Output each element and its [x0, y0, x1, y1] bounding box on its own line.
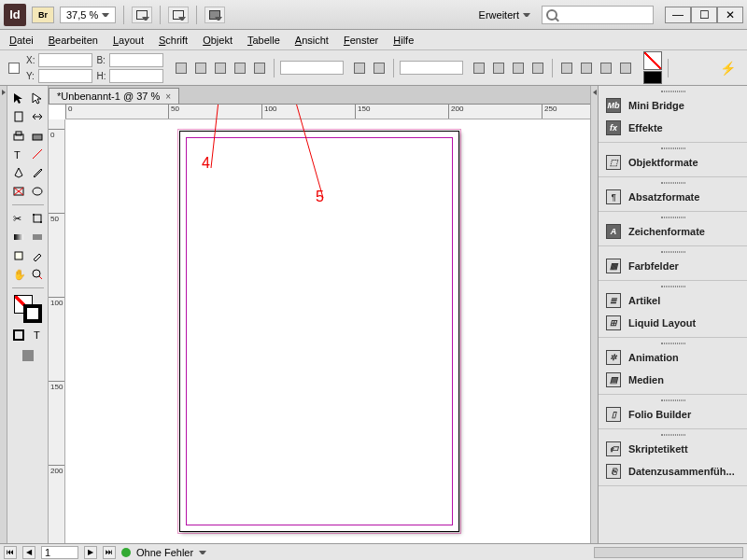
close-button[interactable]: ✕ — [717, 7, 743, 23]
format-text-icon[interactable]: T — [29, 327, 46, 343]
text-wrap-icon[interactable] — [471, 60, 487, 77]
panel-item[interactable]: ▦Farbfelder — [599, 255, 747, 277]
panel-group: ≣Artikel⊞Liquid Layout — [599, 281, 747, 338]
distribute-icon[interactable] — [578, 60, 595, 77]
zoom-dropdown[interactable]: 37,5 % — [60, 7, 116, 23]
gradient-swatch-tool[interactable] — [10, 229, 27, 245]
align-icon[interactable] — [558, 60, 575, 77]
align-spread-icon[interactable] — [617, 60, 634, 77]
panel-item[interactable]: ▯Folio Builder — [599, 403, 747, 426]
prev-page-button[interactable]: ◀ — [22, 546, 35, 559]
panel-item[interactable]: ⬚Objektformate — [599, 151, 747, 174]
workspace-dropdown[interactable]: Erweitert — [473, 7, 536, 22]
left-gutter[interactable] — [0, 86, 7, 543]
minimize-button[interactable]: — — [665, 7, 691, 23]
field-x[interactable] — [38, 53, 92, 67]
format-container-icon[interactable] — [10, 327, 27, 343]
content-collector-tool[interactable] — [10, 127, 27, 144]
quick-apply-icon[interactable]: ⚡ — [720, 61, 741, 76]
scrollbar-horizontal[interactable] — [594, 547, 743, 558]
panel-item[interactable]: ¶Absatzformate — [599, 186, 747, 208]
menu-layout[interactable]: Layout — [113, 35, 144, 46]
page-tool[interactable] — [10, 108, 27, 125]
panel-item[interactable]: ✲Animation — [599, 346, 747, 369]
next-page-button[interactable]: ▶ — [84, 546, 97, 559]
opacity-icon[interactable] — [351, 60, 368, 77]
fill-stroke-proxy[interactable] — [14, 295, 42, 323]
rectangle-frame-tool[interactable] — [10, 183, 27, 200]
panel-item[interactable]: 🏷Skriptetikett — [599, 438, 747, 460]
gradient-feather-tool[interactable] — [29, 229, 46, 245]
panel-icon: ▤ — [606, 372, 621, 387]
chevron-down-icon[interactable] — [199, 551, 206, 554]
field-h[interactable] — [109, 69, 163, 83]
reference-point-icon[interactable] — [6, 60, 22, 77]
first-page-button[interactable]: ⏮ — [4, 546, 17, 559]
menu-fenster[interactable]: Fenster — [344, 35, 378, 46]
free-transform-tool[interactable] — [29, 210, 46, 227]
flip-v-icon[interactable] — [251, 60, 268, 77]
scissors-tool[interactable]: ✂ — [10, 210, 27, 227]
arrange-documents-button[interactable] — [204, 7, 225, 23]
ruler-vertical[interactable]: 0 50 100 150 200 250 — [49, 119, 65, 543]
document-tab[interactable]: *Unbenannt-1 @ 37 % × — [49, 88, 179, 104]
type-tool[interactable]: T — [10, 146, 27, 162]
preflight-status-icon[interactable] — [121, 548, 131, 557]
view-options-button[interactable] — [132, 7, 152, 23]
scale-x-icon[interactable] — [173, 60, 190, 77]
view-mode-normal-icon[interactable] — [20, 347, 36, 364]
stroke-swatch[interactable] — [643, 71, 662, 84]
panel-item[interactable]: AZeichenformate — [599, 220, 747, 243]
menu-ansicht[interactable]: Ansicht — [295, 35, 329, 46]
panel-item[interactable]: ≣Artikel — [599, 289, 747, 312]
last-page-button[interactable]: ⏭ — [103, 546, 116, 559]
effects-icon[interactable] — [371, 60, 388, 77]
page-field[interactable]: 1 — [41, 546, 78, 559]
hand-tool[interactable]: ✋ — [10, 266, 27, 283]
tab-close-icon[interactable]: × — [165, 91, 171, 102]
shear-icon[interactable] — [212, 60, 229, 77]
bridge-button[interactable]: Br — [32, 7, 54, 23]
screen-mode-button[interactable] — [168, 7, 189, 23]
panel-item[interactable]: MbMini Bridge — [599, 94, 747, 117]
rotate-icon[interactable] — [192, 60, 209, 77]
pen-tool[interactable] — [10, 164, 27, 181]
canvas[interactable]: 0 50 100 150 200 250 0 50 100 150 200 25… — [49, 105, 590, 543]
menu-datei[interactable]: Datei — [9, 35, 34, 46]
selection-tool[interactable] — [10, 90, 27, 106]
pencil-tool[interactable] — [29, 164, 46, 181]
chevron-down-icon — [102, 13, 109, 17]
flip-h-icon[interactable] — [232, 60, 248, 77]
menu-bearbeiten[interactable]: Bearbeiten — [49, 35, 98, 46]
direct-selection-tool[interactable] — [29, 90, 46, 106]
note-tool[interactable] — [10, 247, 27, 264]
convert-shape-icon[interactable] — [529, 60, 546, 77]
panel-item[interactable]: ▤Medien — [599, 369, 747, 391]
menu-tabelle[interactable]: Tabelle — [247, 35, 280, 46]
pathfinder-icon[interactable] — [510, 60, 527, 77]
panel-item[interactable]: ⊞Liquid Layout — [599, 312, 747, 334]
rectangle-tool[interactable] — [29, 183, 46, 200]
menu-schrift[interactable]: Schrift — [159, 35, 188, 46]
object-style-field[interactable] — [400, 61, 463, 75]
fill-swatch[interactable] — [643, 51, 662, 70]
eyedropper-tool[interactable] — [29, 247, 46, 264]
stroke-weight-field[interactable] — [280, 61, 344, 75]
panel-item[interactable]: ⎘Datenzusammenfüh... — [599, 460, 747, 483]
menu-objekt[interactable]: Objekt — [203, 35, 233, 46]
label-w: B: — [96, 55, 106, 65]
line-tool[interactable] — [29, 146, 46, 162]
panel-item[interactable]: fxEffekte — [599, 117, 747, 139]
menu-hilfe[interactable]: Hilfe — [393, 35, 414, 46]
ruler-horizontal[interactable]: 0 50 100 150 200 250 — [65, 105, 590, 119]
gap-tool[interactable] — [29, 108, 46, 125]
corner-icon[interactable] — [490, 60, 507, 77]
field-y[interactable] — [38, 69, 92, 83]
maximize-button[interactable]: ☐ — [691, 7, 717, 23]
content-placer-tool[interactable] — [29, 127, 46, 144]
align-page-icon[interactable] — [598, 60, 614, 77]
field-w[interactable] — [109, 53, 163, 67]
zoom-tool[interactable] — [29, 266, 46, 283]
search-input[interactable] — [542, 6, 654, 24]
right-gutter[interactable] — [590, 86, 598, 543]
